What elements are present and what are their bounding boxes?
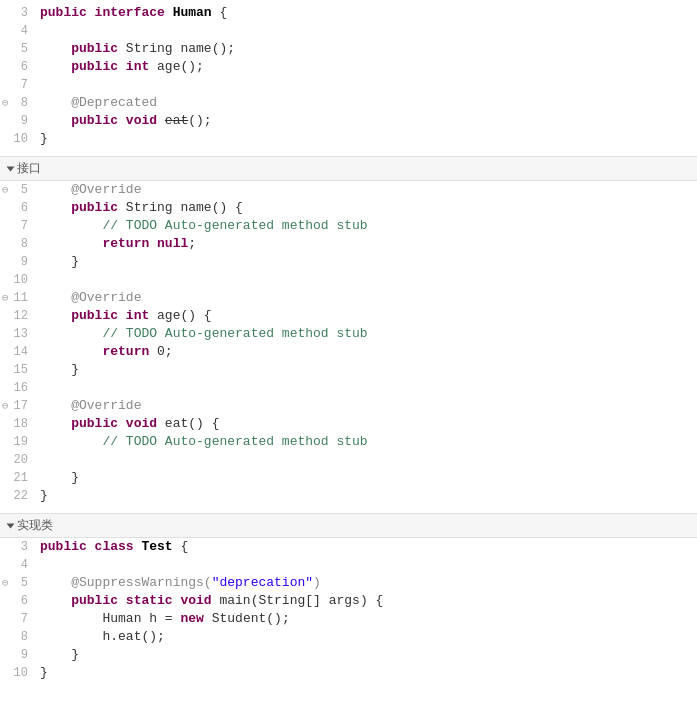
line-code: public String name() { (36, 199, 697, 217)
code-line: 6 public String name() { (0, 199, 697, 217)
token: ) (313, 575, 321, 590)
token: h = (141, 611, 180, 626)
token (40, 290, 71, 305)
token (40, 113, 71, 128)
code-line: 21 } (0, 469, 697, 487)
code-line: 4 (0, 556, 697, 574)
token: return (102, 236, 157, 251)
code-line: 10} (0, 130, 697, 148)
code-line: 20 (0, 451, 697, 469)
code-line: 8 @Deprecated (0, 94, 697, 112)
code-line: 5 public String name(); (0, 40, 697, 58)
line-code: Human h = new Student(); (36, 610, 697, 628)
line-code: h.eat(); (36, 628, 697, 646)
token: int (126, 308, 157, 323)
token: Human (173, 5, 212, 20)
interface-section: 3public interface Human {45 public Strin… (0, 0, 697, 152)
token: 0; (157, 344, 173, 359)
line-number: 7 (0, 76, 36, 94)
token: } (40, 362, 79, 377)
token: public (71, 113, 126, 128)
line-number: 17 (0, 397, 36, 415)
code-line: 19 // TODO Auto-generated method stub (0, 433, 697, 451)
token: public (71, 59, 126, 74)
token: { (173, 539, 189, 554)
line-number: 6 (0, 592, 36, 610)
code-line: 5 @Override (0, 181, 697, 199)
code-editor: 3public interface Human {45 public Strin… (0, 0, 697, 686)
line-code: } (36, 253, 697, 271)
token (40, 59, 71, 74)
line-code: @Override (36, 289, 697, 307)
line-number: 6 (0, 58, 36, 76)
line-code: public void eat(); (36, 112, 697, 130)
line-number: 8 (0, 628, 36, 646)
line-code: public int age(); (36, 58, 697, 76)
line-number: 8 (0, 94, 36, 112)
line-number: 5 (0, 181, 36, 199)
token (40, 611, 102, 626)
token: interface (95, 5, 173, 20)
line-code: } (36, 469, 697, 487)
token: public (71, 308, 126, 323)
line-number: 8 (0, 235, 36, 253)
line-number: 10 (0, 271, 36, 289)
token: static (126, 593, 181, 608)
token: } (40, 665, 48, 680)
token: return (102, 344, 157, 359)
code-line: 9 public void eat(); (0, 112, 697, 130)
line-code: @SuppressWarnings("deprecation") (36, 574, 697, 592)
line-code: } (36, 361, 697, 379)
line-code: public static void main(String[] args) { (36, 592, 697, 610)
token: // TODO Auto-generated method stub (102, 326, 367, 341)
line-number: 11 (0, 289, 36, 307)
line-number: 10 (0, 664, 36, 682)
impl-header[interactable]: 实现类 (0, 513, 697, 538)
interface-header[interactable]: 接口 (0, 156, 697, 181)
code-line: 6 public int age(); (0, 58, 697, 76)
code-line: 9 } (0, 646, 697, 664)
token: age() { (157, 308, 212, 323)
line-number: 15 (0, 361, 36, 379)
token: void (126, 113, 165, 128)
line-code: @Override (36, 181, 697, 199)
token: public (71, 416, 126, 431)
token: Test (141, 539, 172, 554)
token (40, 629, 102, 644)
line-code: // TODO Auto-generated method stub (36, 217, 697, 235)
token: @Override (71, 290, 141, 305)
token: name() { (173, 200, 243, 215)
code-line: 16 (0, 379, 697, 397)
collapse-triangle (7, 166, 15, 171)
code-line: 9 } (0, 253, 697, 271)
token: Human (102, 611, 141, 626)
line-code: @Deprecated (36, 94, 697, 112)
token: void (126, 416, 165, 431)
token: // TODO Auto-generated method stub (102, 434, 367, 449)
token: @Override (71, 182, 141, 197)
code-line: 7 Human h = new Student(); (0, 610, 697, 628)
line-code: public interface Human { (36, 4, 697, 22)
impl-section: 实现类 3public class Test {45 @SuppressWarn… (0, 509, 697, 686)
code-line: 8 return null; (0, 235, 697, 253)
code-line: 22} (0, 487, 697, 505)
line-number: 12 (0, 307, 36, 325)
token (40, 398, 71, 413)
line-number: 20 (0, 451, 36, 469)
token: age(); (157, 59, 204, 74)
line-number: 10 (0, 130, 36, 148)
token: } (40, 647, 79, 662)
line-number: 4 (0, 22, 36, 40)
interface-label: 接口 (17, 160, 41, 177)
token: // TODO Auto-generated method stub (102, 218, 367, 233)
line-number: 5 (0, 40, 36, 58)
code-line: 12 public int age() { (0, 307, 697, 325)
token: @Deprecated (71, 95, 157, 110)
code-line: 10 (0, 271, 697, 289)
token (40, 416, 71, 431)
token: public (71, 593, 126, 608)
line-code: } (36, 646, 697, 664)
code-line: 3public interface Human { (0, 4, 697, 22)
token: void (180, 593, 219, 608)
token (40, 308, 71, 323)
